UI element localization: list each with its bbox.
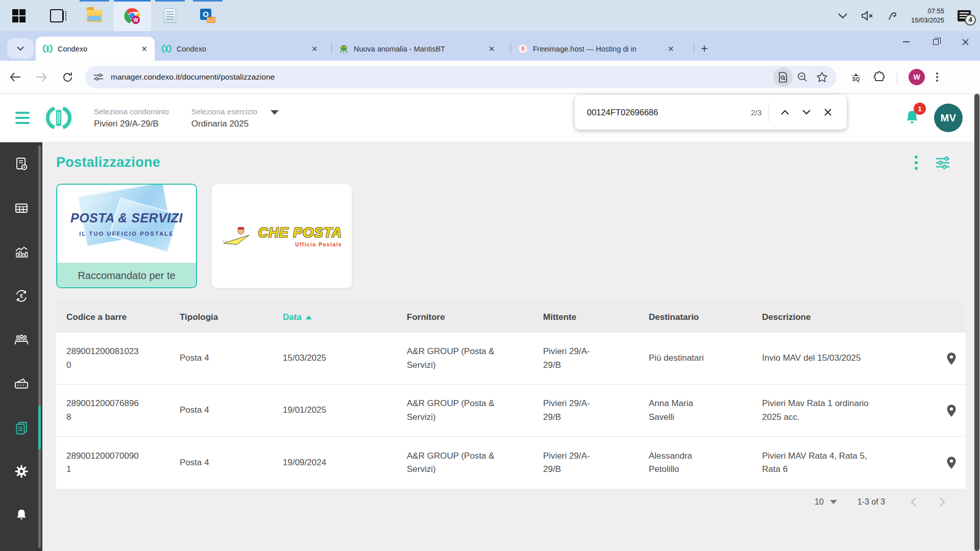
filter-sliders-icon[interactable] bbox=[935, 156, 950, 169]
location-pin-icon[interactable] bbox=[937, 456, 966, 469]
esercizio-selector[interactable]: Seleziona esercizio Ordinaria 2025 bbox=[191, 107, 279, 129]
new-tab-button[interactable]: + bbox=[694, 38, 715, 59]
taskbar-file-explorer[interactable] bbox=[76, 0, 113, 31]
find-next-button[interactable] bbox=[796, 102, 817, 123]
forward-button[interactable] bbox=[31, 66, 52, 88]
cell-mittente: Pivieri 29/A-29/B bbox=[543, 449, 649, 477]
cell-descrizione: Pivieri MAV Rata 4, Rata 5, Rata 6 bbox=[762, 449, 937, 477]
task-view-icon bbox=[50, 9, 63, 22]
tab-condexo-2[interactable]: Condexo ✕ bbox=[155, 37, 331, 61]
mantis-favicon bbox=[339, 44, 349, 54]
page-menu-kebab-icon[interactable] bbox=[915, 156, 918, 170]
extensions-puzzle-icon[interactable] bbox=[873, 71, 886, 83]
condexo-favicon bbox=[162, 44, 172, 54]
back-button[interactable] bbox=[5, 66, 26, 88]
column-codice-a-barre[interactable]: Codice a barre bbox=[66, 312, 180, 322]
che-posta-logo: CHE POSTA Ufficio Postale bbox=[212, 184, 352, 288]
page-size-select[interactable]: 10 bbox=[815, 497, 837, 507]
notifications-bell-button[interactable]: 1 bbox=[903, 109, 921, 127]
windows-ink-icon[interactable] bbox=[887, 10, 898, 21]
start-button[interactable] bbox=[0, 0, 38, 31]
clock-date: 15/03/2025 bbox=[911, 16, 944, 25]
url-text[interactable]: manager.condexo.it/documenti/postalizzaz… bbox=[111, 72, 773, 82]
address-bar[interactable]: manager.condexo.it/documenti/postalizzaz… bbox=[85, 66, 837, 88]
location-pin-icon[interactable] bbox=[937, 404, 966, 417]
sidebar-item-tables[interactable] bbox=[0, 186, 42, 230]
zoom-icon[interactable] bbox=[793, 67, 812, 87]
gear-icon bbox=[13, 463, 30, 480]
taskbar-chrome[interactable]: W bbox=[113, 0, 151, 31]
sort-asc-icon bbox=[306, 315, 312, 319]
menu-hamburger-icon[interactable] bbox=[15, 112, 30, 124]
prev-page-button[interactable] bbox=[911, 497, 917, 507]
sidebar-item-payments-sync[interactable]: € bbox=[0, 274, 42, 318]
find-close-button[interactable] bbox=[817, 102, 839, 123]
taskbar-notepad[interactable] bbox=[151, 0, 189, 31]
chevron-down-icon bbox=[17, 46, 24, 51]
sidebar-item-settings[interactable] bbox=[0, 449, 42, 493]
extension-sq-icon[interactable]: SQ bbox=[850, 71, 862, 83]
condominio-selector[interactable]: Seleziona condominio Pivieri 29/A-29/B bbox=[94, 107, 169, 129]
sidebar-item-assembly[interactable] bbox=[0, 318, 42, 362]
reload-button[interactable] bbox=[57, 66, 78, 88]
find-in-page-indicator-icon[interactable] bbox=[773, 67, 793, 87]
table-icon bbox=[13, 200, 30, 216]
tab-close-icon[interactable]: ✕ bbox=[488, 44, 495, 54]
column-mittente[interactable]: Mittente bbox=[543, 312, 649, 322]
sidebar-item-notifications[interactable] bbox=[0, 493, 42, 537]
taskbar-outlook[interactable]: O bbox=[189, 0, 227, 31]
sidebar-item-documents-report[interactable] bbox=[0, 142, 42, 186]
column-tipologia[interactable]: Tipologia bbox=[180, 312, 283, 322]
tab-mantisbt[interactable]: Nuova anomalia - MantisBT ✕ bbox=[332, 37, 510, 61]
table-row[interactable]: 2890012000768968 Posta 4 19/01/2025 A&R … bbox=[56, 385, 966, 437]
cell-fornitore: A&R GROUP (Posta & Servizi) bbox=[407, 345, 543, 372]
restore-button[interactable] bbox=[921, 31, 950, 53]
minimize-button[interactable] bbox=[891, 31, 921, 53]
find-previous-button[interactable] bbox=[774, 102, 796, 123]
cell-codice: 2890012000810230 bbox=[66, 345, 180, 372]
browser-profile-avatar[interactable]: W bbox=[909, 69, 925, 85]
close-window-button[interactable] bbox=[950, 31, 980, 53]
card-posta-e-servizi[interactable]: POSTA & SERVIZI IL TUO UFFICIO POSTALE R… bbox=[56, 184, 197, 288]
taskbar-clock[interactable]: 07:55 15/03/2025 bbox=[911, 7, 944, 24]
column-destinatario[interactable]: Destinatario bbox=[649, 312, 762, 322]
tab-close-icon[interactable]: ✕ bbox=[668, 44, 674, 54]
esercizio-label: Seleziona esercizio bbox=[191, 107, 257, 116]
tab-close-icon[interactable]: ✕ bbox=[141, 44, 148, 54]
tab-condexo-1[interactable]: Condexo ✕ bbox=[36, 37, 155, 61]
bookmark-star-icon[interactable] bbox=[812, 67, 831, 87]
ticket-icon bbox=[13, 375, 30, 392]
table-row[interactable]: 2890012000810230 Posta 4 15/03/2025 A&R … bbox=[56, 333, 966, 385]
next-page-button[interactable] bbox=[939, 497, 945, 507]
recommended-badge: Raccomandato per te bbox=[57, 263, 196, 288]
svg-text:€: € bbox=[20, 293, 23, 299]
postalizzazione-table: Codice a barre Tipologia Data Fornitore … bbox=[56, 302, 966, 489]
web-page: Seleziona condominio Pivieri 29/A-29/B S… bbox=[0, 94, 980, 551]
sidebar-item-tickets[interactable] bbox=[0, 362, 42, 406]
tray-chevron-icon[interactable] bbox=[838, 13, 848, 19]
scrollbar-thumb[interactable] bbox=[974, 94, 979, 551]
find-query-input[interactable]: 00124FT02696686 bbox=[587, 108, 751, 117]
posta-e-servizi-wordmark: POSTA & SERVIZI bbox=[70, 211, 183, 226]
sidebar-item-postalizzazione[interactable] bbox=[0, 406, 42, 449]
tab-close-icon[interactable]: ✕ bbox=[311, 44, 318, 54]
column-data[interactable]: Data bbox=[283, 312, 407, 322]
action-center-button[interactable]: 4 bbox=[958, 10, 971, 21]
card-che-posta[interactable]: CHE POSTA Ufficio Postale bbox=[211, 184, 352, 288]
column-descrizione[interactable]: Descrizione bbox=[762, 312, 937, 322]
location-pin-icon[interactable] bbox=[937, 352, 966, 365]
condexo-logo[interactable] bbox=[46, 105, 71, 131]
toolbar-divider bbox=[897, 70, 897, 84]
sidebar-item-statistics[interactable] bbox=[0, 230, 42, 274]
volume-muted-icon[interactable] bbox=[861, 11, 873, 21]
cell-fornitore: A&R GROUP (Posta & Servizi) bbox=[407, 397, 543, 424]
task-view-button[interactable] bbox=[38, 0, 76, 31]
tab-search-button[interactable] bbox=[7, 38, 34, 59]
user-avatar[interactable]: MV bbox=[934, 104, 963, 132]
table-row[interactable]: 2890012000700901 Posta 4 19/09/2024 A&R … bbox=[56, 437, 966, 489]
page-scrollbar[interactable] bbox=[974, 94, 980, 551]
browser-menu-kebab-icon[interactable] bbox=[936, 72, 938, 82]
column-fornitore[interactable]: Fornitore bbox=[407, 312, 543, 322]
tab-freeimage[interactable]: Freeimage.host — Hosting di in ✕ bbox=[511, 37, 694, 61]
site-settings-icon[interactable] bbox=[93, 73, 104, 81]
